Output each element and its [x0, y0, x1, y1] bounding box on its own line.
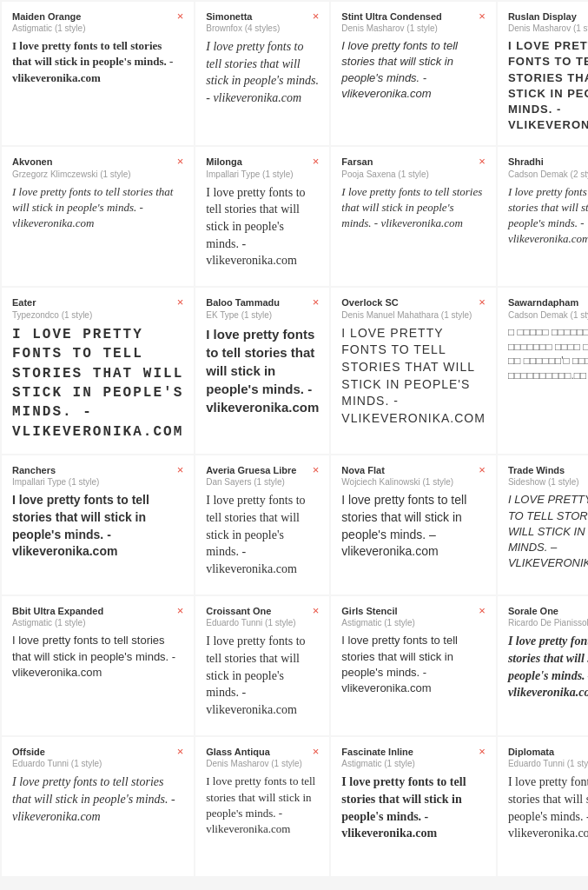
- font-info: Trade WindsSideshow (1 style): [508, 464, 579, 487]
- font-name-label: Simonetta: [206, 10, 280, 23]
- font-name-label: Bbit Ultra Expanded: [12, 605, 103, 617]
- card-header: ShradhiCadson Demak (2 styles)×: [508, 156, 588, 178]
- font-meta-label: Astigmatic (1 style): [341, 618, 414, 628]
- remove-font-button[interactable]: ×: [479, 746, 486, 757]
- font-meta-label: Cadson Demak (2 styles): [508, 169, 588, 179]
- remove-font-button[interactable]: ×: [313, 10, 320, 22]
- font-meta-label: Wojciech Kalinowski (1 style): [341, 477, 453, 487]
- card-header: Croissant OneEduardo Tunni (1 style)×: [206, 605, 319, 628]
- remove-font-button[interactable]: ×: [177, 156, 184, 167]
- card-header: Overlock SCDenis Manuel Mahathara (1 sty…: [341, 296, 486, 319]
- font-sample-text: I love pretty fonts to tell stories that…: [341, 774, 486, 841]
- font-meta-label: Ricardo De Pianissola (1 style): [508, 618, 588, 628]
- font-card-farsan: FarsanPooja Saxena (1 style)×I love pret…: [331, 147, 496, 286]
- remove-font-button[interactable]: ×: [177, 746, 184, 757]
- font-meta-label: Denis Manuel Mahathara (1 style): [341, 310, 472, 320]
- font-info: Stint Ultra CondensedDenis Masharov (1 s…: [341, 10, 442, 33]
- font-sample-text: I love pretty fonts to tell stories that…: [12, 492, 183, 560]
- font-meta-label: Dan Sayers (1 style): [206, 477, 296, 487]
- font-name-label: Averia Gruesa Libre: [206, 464, 296, 476]
- font-grid: Maiden OrangeAstigmatic (1 style)×I love…: [0, 0, 588, 878]
- font-info: Averia Gruesa LibreDan Sayers (1 style): [206, 464, 296, 487]
- remove-font-button[interactable]: ×: [479, 10, 486, 22]
- font-name-label: Milonga: [206, 156, 293, 168]
- card-header: Glass AntiquaDenis Masharov (1 style)×: [206, 746, 319, 768]
- font-name-label: Diplomata: [508, 746, 588, 758]
- card-header: Fascinate InlineAstigmatic (1 style)×: [341, 746, 486, 768]
- font-card-glass: Glass AntiquaDenis Masharov (1 style)×I …: [195, 737, 329, 876]
- font-name-label: Stint Ultra Condensed: [341, 10, 442, 23]
- card-header: MilongaImpallari Type (1 style)×: [206, 156, 319, 178]
- font-name-label: Maiden Orange: [12, 10, 85, 23]
- font-sample-text: I love pretty fonts to tell stories that…: [341, 184, 486, 232]
- font-meta-label: Eduardo Tunni (1 style): [508, 759, 588, 768]
- font-info: Glass AntiquaDenis Masharov (1 style): [206, 746, 302, 768]
- font-card-simonetta: SimonettaBrownfox (4 styles)×I love pret…: [195, 2, 329, 145]
- remove-font-button[interactable]: ×: [479, 156, 486, 167]
- font-sample-text: □ □□□□□ □□□□□□ □□ □□□ □□□□□□□ □□□□ □□□□ …: [508, 325, 588, 383]
- font-info: OffsideEduardo Tunni (1 style): [12, 746, 102, 768]
- font-meta-label: Denis Masharov (1 style): [508, 23, 588, 33]
- remove-font-button[interactable]: ×: [313, 464, 320, 475]
- remove-font-button[interactable]: ×: [177, 296, 184, 308]
- remove-font-button[interactable]: ×: [479, 605, 486, 616]
- remove-font-button[interactable]: ×: [479, 464, 486, 475]
- card-header: Trade WindsSideshow (1 style)×: [508, 464, 588, 487]
- card-header: Baloo TammaduEK Type (1 style)×: [206, 296, 319, 319]
- font-info: SimonettaBrownfox (4 styles): [206, 10, 280, 33]
- font-name-label: Ranchers: [12, 464, 99, 476]
- remove-font-button[interactable]: ×: [313, 746, 320, 757]
- card-header: Maiden OrangeAstigmatic (1 style)×: [12, 10, 183, 33]
- font-name-label: Ruslan Display: [508, 10, 588, 23]
- font-card-akvonen: AkvonenGrzegorz Klimczewski (1 style)×I …: [2, 147, 194, 286]
- font-sample-text: I LOVE PRETTY FONTS TO TELL STORIES THAT…: [341, 325, 486, 428]
- font-card-baloo: Baloo TammaduEK Type (1 style)×I love pr…: [195, 288, 329, 454]
- font-sample-text: I love pretty fonts to tell stories that…: [206, 184, 319, 269]
- font-meta-label: EK Type (1 style): [206, 310, 280, 320]
- font-card-stint: Stint Ultra CondensedDenis Masharov (1 s…: [331, 2, 496, 145]
- font-info: Bbit Ultra ExpandedAstigmatic (1 style): [12, 605, 103, 628]
- font-sample-text: I love pretty fonts to tell stories that…: [12, 633, 183, 681]
- font-info: EaterTypezondco (1 style): [12, 296, 92, 319]
- font-info: Overlock SCDenis Manuel Mahathara (1 sty…: [341, 296, 472, 319]
- font-name-label: Girls Stencil: [341, 605, 414, 617]
- font-meta-label: Denis Masharov (1 style): [206, 759, 302, 768]
- font-sample-text: I love pretty fonts to tell stories that…: [508, 633, 588, 701]
- font-info: DiplomataEduardo Tunni (1 style): [508, 746, 588, 768]
- font-sample-text: I love pretty fonts to tell stories that…: [341, 492, 486, 560]
- remove-font-button[interactable]: ×: [177, 605, 184, 616]
- remove-font-button[interactable]: ×: [313, 296, 320, 308]
- font-card-sorale: Sorale OneRicardo De Pianissola (1 style…: [498, 596, 588, 735]
- font-sample-text: I love pretty fonts to tell stories that…: [206, 633, 319, 718]
- card-header: Girls StencilAstigmatic (1 style)×: [341, 605, 486, 628]
- font-sample-text: I love pretty fonts to tell stories that…: [206, 38, 319, 106]
- font-name-label: Offside: [12, 746, 102, 758]
- font-sample-text: I love pretty fonts to tell stories that…: [341, 38, 486, 102]
- font-card-ruslan: Ruslan DisplayDenis Masharov (1 style)×I…: [498, 2, 588, 145]
- font-name-label: Eater: [12, 296, 92, 309]
- remove-font-button[interactable]: ×: [313, 605, 320, 616]
- font-meta-label: Pooja Saxena (1 style): [341, 169, 429, 179]
- font-card-bbit: Bbit Ultra ExpandedAstigmatic (1 style)×…: [2, 596, 194, 735]
- card-header: OffsideEduardo Tunni (1 style)×: [12, 746, 183, 768]
- font-card-nova: Nova FlatWojciech Kalinowski (1 style)×I…: [331, 455, 496, 594]
- remove-font-button[interactable]: ×: [479, 296, 486, 308]
- font-info: RanchersImpallari Type (1 style): [12, 464, 99, 487]
- font-name-label: Trade Winds: [508, 464, 579, 476]
- font-sample-text: I love pretty fonts to tell stories that…: [206, 774, 319, 837]
- card-header: AkvonenGrzegorz Klimczewski (1 style)×: [12, 156, 183, 178]
- font-meta-label: Typezondco (1 style): [12, 310, 92, 320]
- remove-font-button[interactable]: ×: [177, 464, 184, 475]
- font-info: ShradhiCadson Demak (2 styles): [508, 156, 588, 178]
- font-sample-text: I LOVE PRETTY FONTS TO TELL STORIES THAT…: [12, 325, 183, 442]
- font-meta-label: Impallari Type (1 style): [12, 477, 99, 487]
- remove-font-button[interactable]: ×: [313, 156, 320, 167]
- font-card-girls: Girls StencilAstigmatic (1 style)×I love…: [331, 596, 496, 735]
- font-info: SawarndaphamCadson Demak (1 style): [508, 296, 588, 319]
- font-info: FarsanPooja Saxena (1 style): [341, 156, 429, 178]
- card-header: DiplomataEduardo Tunni (1 style)×: [508, 746, 588, 768]
- font-name-label: Nova Flat: [341, 464, 453, 476]
- font-card-sawarndapham: SawarndaphamCadson Demak (1 style)×□ □□□…: [498, 288, 588, 454]
- font-card-eater: EaterTypezondco (1 style)×I LOVE PRETTY …: [2, 288, 194, 454]
- remove-font-button[interactable]: ×: [177, 10, 184, 22]
